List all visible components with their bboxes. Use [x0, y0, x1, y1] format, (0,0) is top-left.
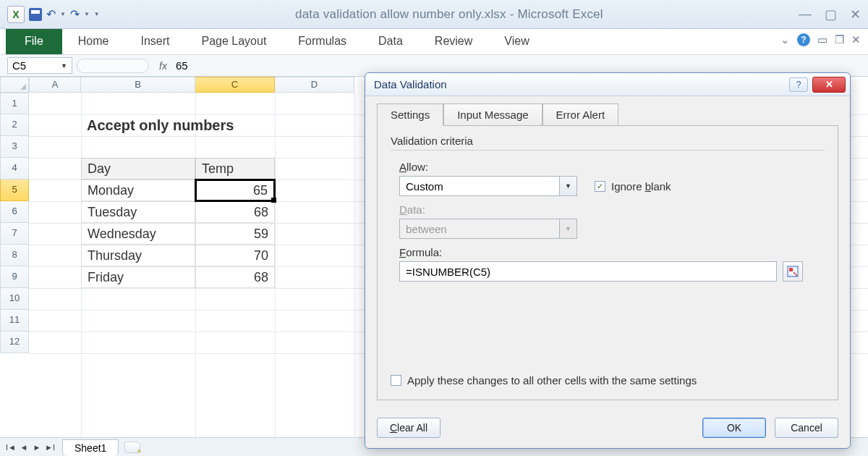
close-x-icon: ✕: [825, 79, 833, 90]
row-header[interactable]: 5: [0, 180, 29, 201]
col-header-c[interactable]: C: [195, 77, 275, 93]
tab-page-layout[interactable]: Page Layout: [185, 29, 282, 54]
apply-to-all-checkbox[interactable]: ✓ Apply these changes to all other cells…: [391, 374, 697, 387]
allow-label: Allow:: [399, 161, 825, 173]
row-header[interactable]: 7: [0, 223, 29, 245]
settings-panel: Validation criteria Allow: Custom ▼ ✓ Ig…: [377, 125, 838, 400]
cell[interactable]: Monday: [81, 180, 195, 201]
active-cell[interactable]: 65: [195, 179, 276, 202]
col-header-a[interactable]: A: [29, 77, 81, 93]
tab-insert[interactable]: Insert: [124, 29, 185, 54]
col-header-d[interactable]: D: [275, 77, 354, 93]
undo-dropdown-icon[interactable]: ▼: [60, 11, 66, 17]
tab-input-message[interactable]: Input Message: [443, 104, 542, 126]
ok-button[interactable]: OK: [702, 418, 766, 438]
cell[interactable]: Friday: [81, 266, 195, 288]
row-header[interactable]: 2: [0, 114, 29, 136]
sheet-nav-first-icon[interactable]: I◄: [4, 443, 17, 452]
redo-icon[interactable]: ↷: [70, 7, 80, 21]
tab-file[interactable]: File: [6, 29, 62, 54]
new-sheet-icon[interactable]: [124, 442, 140, 453]
cell[interactable]: Wednesday: [81, 223, 195, 245]
row-header[interactable]: 10: [0, 288, 29, 310]
formula-bar-input[interactable]: [173, 58, 868, 73]
tab-formulas[interactable]: Formulas: [282, 29, 362, 54]
sheet-nav-last-icon[interactable]: ►I: [43, 443, 56, 452]
doc-minimize-icon[interactable]: ▭: [817, 33, 827, 46]
tab-data[interactable]: Data: [362, 29, 419, 54]
dialog-title-bar[interactable]: Data Validation ? ✕: [365, 73, 850, 96]
chevron-down-icon: ▼: [559, 219, 576, 238]
cancel-button[interactable]: Cancel: [775, 418, 838, 438]
select-all-cell[interactable]: [0, 77, 29, 93]
range-selector-icon[interactable]: [783, 261, 803, 282]
chevron-down-icon[interactable]: ▼: [559, 177, 576, 195]
dialog-tabs: Settings Input Message Error Alert: [377, 104, 838, 126]
cell[interactable]: Thursday: [81, 245, 195, 266]
allow-combobox[interactable]: Custom ▼: [399, 176, 577, 196]
redo-dropdown-icon[interactable]: ▼: [84, 11, 90, 17]
apply-to-all-label: Apply these changes to all other cells w…: [407, 374, 697, 387]
namebox-handle: [77, 59, 149, 73]
fx-icon[interactable]: fx: [159, 60, 167, 72]
row-header[interactable]: 12: [0, 332, 29, 353]
qat-customize-icon[interactable]: ▼: [94, 11, 100, 17]
undo-icon[interactable]: ↶: [46, 7, 56, 21]
cell[interactable]: 59: [195, 223, 275, 245]
row-header[interactable]: 6: [0, 201, 29, 223]
tab-error-alert[interactable]: Error Alert: [542, 104, 619, 126]
dialog-title: Data Validation: [374, 78, 789, 90]
title-bar: X ↶▼ ↷▼ ▼ data validation allow number o…: [0, 0, 868, 29]
ignore-blank-checkbox[interactable]: ✓ Ignore blank: [595, 180, 671, 193]
cell[interactable]: 68: [195, 266, 275, 288]
clear-all-button[interactable]: Clear All: [377, 418, 441, 438]
quick-access-toolbar: X ↶▼ ↷▼ ▼: [7, 6, 100, 23]
checkbox-icon: ✓: [391, 375, 401, 386]
dialog-close-button[interactable]: ✕: [812, 77, 846, 93]
save-icon[interactable]: [29, 8, 42, 21]
cell[interactable]: 68: [195, 201, 275, 223]
cell[interactable]: Tuesday: [81, 201, 195, 223]
formula-input[interactable]: [399, 261, 777, 282]
validation-criteria-label: Validation criteria: [391, 135, 825, 147]
data-label: Data:: [399, 203, 825, 216]
minimize-icon[interactable]: —: [799, 7, 812, 22]
dialog-help-icon[interactable]: ?: [789, 77, 808, 92]
doc-restore-icon[interactable]: ❐: [835, 33, 844, 46]
close-window-icon[interactable]: ✕: [850, 7, 861, 22]
row-header[interactable]: 4: [0, 158, 29, 180]
doc-close-icon[interactable]: ✕: [851, 33, 861, 46]
tab-settings[interactable]: Settings: [377, 104, 443, 126]
dialog-footer: Clear All OK Cancel: [365, 410, 850, 448]
cell-heading[interactable]: Accept only numbers: [81, 114, 298, 136]
data-value: between: [400, 223, 559, 235]
cell-header-temp[interactable]: Temp: [195, 158, 275, 180]
name-box[interactable]: C5 ▼: [7, 57, 72, 74]
name-box-dropdown-icon[interactable]: ▼: [61, 62, 67, 69]
column-headers: A B C D: [29, 77, 354, 93]
cell-header-day[interactable]: Day: [81, 158, 195, 180]
row-header[interactable]: 8: [0, 245, 29, 266]
tab-review[interactable]: Review: [419, 29, 488, 54]
allow-value: Custom: [400, 180, 559, 193]
tab-view[interactable]: View: [488, 29, 545, 54]
cell-value: 65: [197, 181, 273, 200]
row-header[interactable]: 3: [0, 136, 29, 158]
excel-logo-icon[interactable]: X: [7, 6, 25, 23]
row-header[interactable]: 11: [0, 310, 29, 332]
help-icon[interactable]: ?: [797, 33, 810, 46]
ribbon: File Home Insert Page Layout Formulas Da…: [0, 29, 868, 55]
tab-home[interactable]: Home: [62, 29, 125, 54]
ribbon-minimize-icon[interactable]: ⌄: [780, 33, 790, 46]
sheet-tab-sheet1[interactable]: Sheet1: [62, 439, 119, 456]
col-header-b[interactable]: B: [81, 77, 195, 93]
row-header[interactable]: 1: [0, 93, 29, 114]
cell[interactable]: 70: [195, 245, 275, 266]
row-header[interactable]: 9: [0, 266, 29, 288]
maximize-icon[interactable]: ▢: [825, 7, 837, 22]
window-controls: — ▢ ✕: [799, 7, 861, 22]
sheet-nav-next-icon[interactable]: ►: [30, 443, 43, 452]
sheet-nav-prev-icon[interactable]: ◄: [17, 443, 30, 452]
name-box-value: C5: [12, 59, 26, 72]
data-validation-dialog: Data Validation ? ✕ Settings Input Messa…: [365, 72, 851, 449]
